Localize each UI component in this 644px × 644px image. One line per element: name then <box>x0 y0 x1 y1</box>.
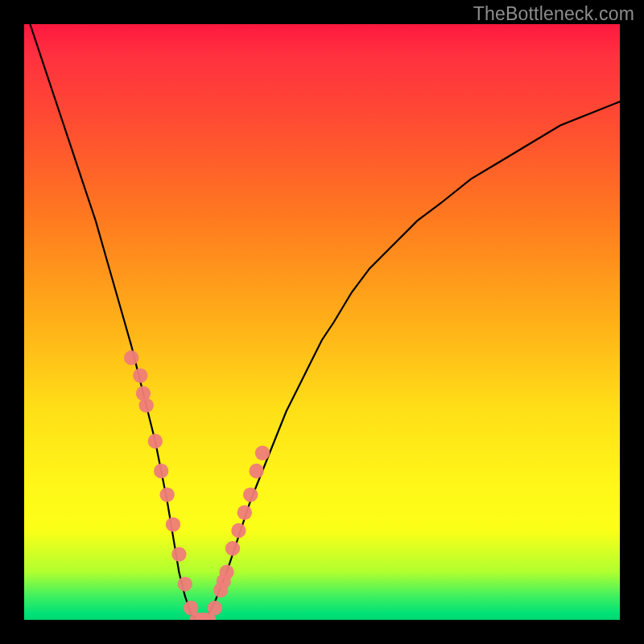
chart-container: TheBottleneck.com <box>0 0 644 644</box>
data-marker <box>178 576 192 591</box>
data-marker <box>243 487 258 502</box>
data-marker <box>154 464 168 478</box>
data-marker <box>219 565 233 580</box>
data-marker <box>166 517 180 531</box>
data-marker <box>208 601 222 615</box>
chart-svg <box>24 24 620 620</box>
data-marker <box>148 434 163 448</box>
bottleneck-curve <box>30 24 620 620</box>
data-marker <box>255 446 270 460</box>
data-marker <box>171 547 186 561</box>
watermark-text: TheBottleneck.com <box>473 3 634 25</box>
data-marker <box>133 368 147 382</box>
marker-group <box>124 350 270 620</box>
data-marker <box>231 523 246 538</box>
data-marker <box>249 464 263 478</box>
data-marker <box>237 506 252 520</box>
data-marker <box>124 350 138 365</box>
data-marker <box>225 541 240 555</box>
data-marker <box>139 398 154 412</box>
data-marker <box>159 487 174 502</box>
